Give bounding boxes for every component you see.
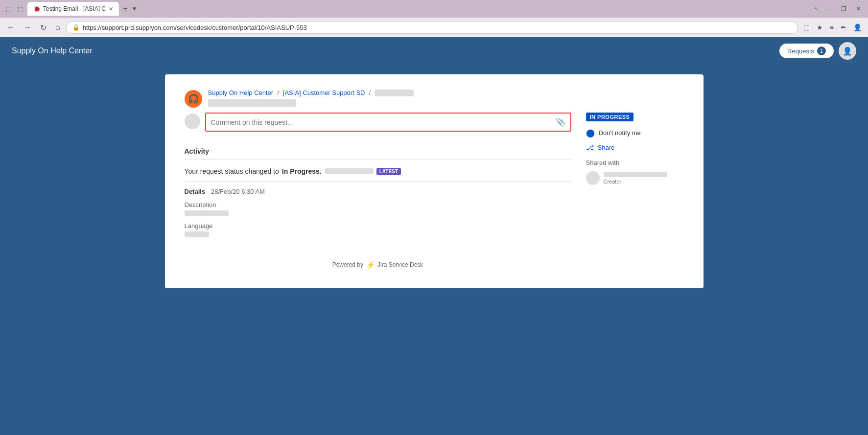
breadcrumb-home[interactable]: Supply On Help Center — [208, 89, 274, 96]
language-row: Language — [185, 222, 571, 237]
bookmark-button[interactable]: ★ — [814, 23, 825, 32]
activity-status-prefix: Your request status changed to — [185, 167, 279, 175]
content-card: 🎧 Supply On Help Center / [ASIA] Custome… — [165, 74, 704, 288]
new-tab-button[interactable]: + — [121, 4, 129, 13]
forward-button[interactable]: → — [21, 22, 34, 33]
card-footer: Powered by ⚡ Jira Service Desk — [185, 261, 571, 269]
share-row[interactable]: ⎇ Share — [586, 143, 684, 151]
tab-favicon: 🐞 — [33, 5, 40, 12]
address-bar-container[interactable]: 🔒 — [66, 22, 798, 34]
requests-badge: 1 — [817, 46, 826, 55]
shared-email-redacted — [604, 172, 667, 177]
ticket-avatar: 🎧 — [185, 90, 202, 108]
shared-user-avatar — [586, 171, 600, 185]
close-button[interactable]: ✕ — [853, 4, 864, 13]
maximize-button[interactable]: ❐ — [838, 4, 849, 13]
activity-status-value: In Progress. — [282, 167, 322, 175]
details-date: 28/Feb/20 6:30 AM — [211, 188, 265, 195]
back-button[interactable]: ← — [4, 22, 18, 33]
shared-user: Creator — [586, 171, 684, 185]
extensions-button[interactable]: ⬚ — [801, 23, 812, 32]
profile-button[interactable]: 👤 — [851, 23, 864, 32]
breadcrumb-ticket-id — [375, 90, 414, 96]
home-button[interactable]: ⌂ — [52, 22, 63, 33]
activity-divider2 — [185, 181, 571, 182]
language-value-redacted — [185, 231, 209, 237]
tab-group-icon: ⬚ — [4, 5, 14, 13]
shared-user-info: Creator — [604, 172, 667, 184]
cursor-position: ↖ — [814, 6, 819, 12]
requests-label: Requests — [787, 47, 814, 55]
notify-icon: ⬤ — [586, 128, 595, 137]
shared-with-label: Shared with — [586, 159, 684, 166]
description-value-redacted — [185, 210, 229, 216]
breadcrumb-sep2: / — [369, 89, 371, 96]
refresh-button[interactable]: ↻ — [37, 22, 49, 33]
tab-title: Testing Email - [ASIA] C — [43, 5, 106, 12]
powered-by-text: Powered by — [332, 261, 363, 268]
header-actions: Requests 1 👤 — [779, 42, 856, 60]
shared-role: Creator — [604, 179, 667, 184]
comment-box-wrapper: 📎 — [185, 113, 571, 132]
app-header-title: Supply On Help Center — [12, 46, 93, 55]
activity-divider — [185, 159, 571, 160]
breadcrumb-sep1: / — [277, 89, 279, 96]
activity-item: Your request status changed to In Progre… — [185, 167, 571, 175]
tab-close-button[interactable]: ✕ — [109, 6, 113, 12]
comment-input-container[interactable]: 📎 — [205, 113, 571, 132]
description-row: Description — [185, 201, 571, 216]
browser-titlebar: ⬚ ⬚ 🐞 Testing Email - [ASIA] C ✕ + ▼ ↖ —… — [0, 0, 868, 18]
jira-logo-icon: ⚡ — [366, 261, 375, 269]
page-background: 🎧 Supply On Help Center / [ASIA] Custome… — [0, 65, 868, 435]
notify-row: ⬤ Don't notify me — [586, 128, 684, 137]
ticket-title — [208, 99, 296, 107]
window-controls: ↖ — ❐ ✕ — [814, 4, 864, 13]
avatar-headphone-icon: 🎧 — [188, 93, 199, 104]
address-bar[interactable] — [83, 24, 792, 31]
reader-view-button[interactable]: ≡ — [827, 23, 836, 32]
share-label: Share — [598, 144, 615, 151]
language-label: Language — [185, 222, 571, 229]
browser-chrome: ⬚ ⬚ 🐞 Testing Email - [ASIA] C ✕ + ▼ ↖ —… — [0, 0, 868, 37]
reader-mode-button[interactable]: ✒ — [838, 23, 849, 32]
browser-toolbar: ← → ↻ ⌂ 🔒 ⬚ ★ ≡ ✒ 👤 — [0, 18, 868, 37]
two-column-layout: 📎 Activity Your request status changed t… — [185, 113, 684, 269]
minimize-button[interactable]: — — [822, 4, 834, 13]
main-column: 📎 Activity Your request status changed t… — [185, 113, 571, 269]
tab-manage-icon: ⬚ — [16, 5, 25, 13]
breadcrumb-portal[interactable]: [ASIA] Customer Support SD — [283, 89, 365, 96]
attach-icon[interactable]: 📎 — [556, 117, 565, 127]
service-desk-name: Jira Service Desk — [377, 261, 423, 268]
browser-tab-active[interactable]: 🐞 Testing Email - [ASIA] C ✕ — [27, 2, 119, 16]
comment-input[interactable] — [211, 118, 556, 126]
status-badge: IN PROGRESS — [586, 113, 634, 121]
notify-label[interactable]: Don't notify me — [599, 129, 641, 137]
avatar-icon: 👤 — [843, 46, 852, 56]
toolbar-actions: ⬚ ★ ≡ ✒ 👤 — [801, 23, 864, 32]
details-header: Details — [185, 188, 206, 195]
share-icon: ⎇ — [586, 143, 594, 151]
tab-dropdown-button[interactable]: ▼ — [131, 5, 137, 12]
commenter-avatar — [185, 114, 200, 129]
requests-button[interactable]: Requests 1 — [779, 44, 834, 58]
app-header: Supply On Help Center Requests 1 👤 — [0, 37, 868, 65]
user-avatar[interactable]: 👤 — [839, 42, 856, 60]
sidebar-column: IN PROGRESS ⬤ Don't notify me ⎇ Share Sh… — [586, 113, 684, 269]
activity-section: Activity Your request status changed to … — [185, 143, 571, 241]
activity-label: Activity — [185, 147, 571, 155]
lock-icon: 🔒 — [72, 24, 80, 31]
activity-timestamp-redacted — [325, 168, 374, 174]
details-subsection: Details 28/Feb/20 6:30 AM Description La… — [185, 187, 571, 237]
description-label: Description — [185, 201, 571, 208]
latest-badge: LATEST — [376, 168, 401, 175]
